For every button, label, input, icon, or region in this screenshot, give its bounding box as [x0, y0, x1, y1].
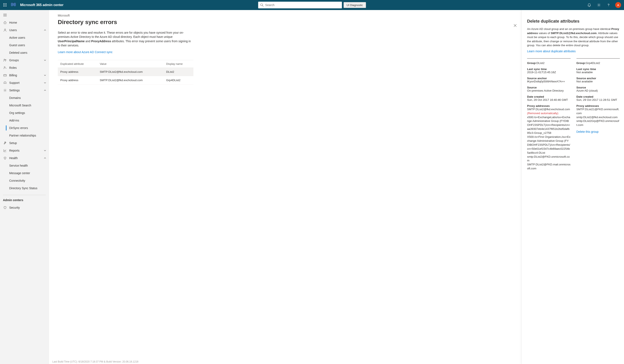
breadcrumb: Microsoft: [58, 14, 193, 17]
svg-rect-2: [6, 3, 6, 4]
nav-sidebar: Home Users Active users Guest users Dele…: [0, 10, 49, 364]
app-launcher-button[interactable]: [2, 2, 8, 8]
search-input[interactable]: [263, 3, 340, 7]
nav-label: Microsoft Search: [9, 104, 31, 107]
table-cell: Proxy address: [58, 68, 97, 76]
col-duplicated[interactable]: Duplicated attribute: [58, 60, 97, 68]
butterfly-icon: [10, 2, 17, 8]
proxy-address: SMTP:DList21@FKD.onmicrosoft.com: [576, 108, 620, 115]
nav-billing[interactable]: Billing: [0, 71, 49, 79]
col-value[interactable]: Value: [97, 60, 163, 68]
panel-col-left: Group:DList2 Last sync time2019-11-01T15…: [527, 58, 571, 174]
table-cell: SMTP:DList2@fkd.exchcloud.com: [97, 76, 163, 85]
table-row[interactable]: Proxy addressSMTP:DList2@fkd.exchcloud.c…: [58, 68, 193, 76]
svg-point-19: [5, 59, 6, 60]
field-group: Group:DList2: [527, 62, 571, 65]
nav-security[interactable]: Security: [0, 204, 49, 211]
search-icon: [260, 3, 263, 7]
nav-users-deleted[interactable]: Deleted users: [0, 49, 49, 56]
nav-settings-org[interactable]: Org settings: [0, 109, 49, 117]
panel-close-button[interactable]: [512, 22, 519, 29]
nav-settings[interactable]: Settings: [0, 87, 49, 94]
table-cell: Grp4DList2: [164, 76, 193, 85]
gear-icon: [597, 3, 601, 7]
intro-text: Select an error to view and resolve it. …: [58, 30, 193, 47]
nav-label: Active users: [9, 36, 25, 39]
nav-health-message[interactable]: Message center: [0, 169, 49, 177]
app-header: Microsoft 365 admin center UI Diagnostic…: [0, 0, 624, 10]
settings-button[interactable]: [595, 1, 603, 9]
nav-setup[interactable]: Setup: [0, 139, 49, 147]
people-icon: [3, 58, 7, 62]
person-icon: [3, 28, 7, 32]
ui-diagnostic-button[interactable]: UI Diagnostic: [343, 2, 366, 8]
nav-health[interactable]: Health: [0, 154, 49, 162]
chevron-up-icon: [44, 89, 46, 91]
table-cell: Proxy address: [58, 76, 97, 85]
field-created: Date createdSun, 29 Oct 2017 11:28:51 GM…: [576, 95, 620, 101]
nav-label: Guest users: [9, 44, 25, 47]
svg-rect-3: [3, 5, 4, 5]
nav-settings-addins[interactable]: Add-ins: [0, 117, 49, 124]
svg-rect-6: [3, 6, 4, 6]
nav-label: Deleted users: [9, 51, 27, 54]
account-avatar[interactable]: A: [615, 2, 621, 8]
col-divider: [527, 58, 571, 59]
learn-duplicate-link[interactable]: Learn more about duplicate attributes: [527, 49, 576, 53]
table-cell: DList2: [164, 68, 193, 76]
svg-point-20: [4, 67, 5, 68]
field-group: Group:Grp4DList2: [576, 62, 620, 65]
svg-rect-5: [6, 5, 6, 5]
nav-label: Service health: [9, 164, 28, 167]
nav-users-guest[interactable]: Guest users: [0, 41, 49, 49]
nav-settings-mssearch[interactable]: Microsoft Search: [0, 102, 49, 109]
nav-settings-dirsync[interactable]: DirSync errors: [0, 124, 49, 132]
delete-group-link[interactable]: Delete this group: [576, 130, 599, 133]
nav-health-connectivity[interactable]: Connectivity: [0, 177, 49, 184]
help-button[interactable]: [604, 1, 613, 9]
nav-label: Org settings: [9, 111, 25, 114]
nav-label: Partner relationships: [9, 134, 36, 137]
nav-settings-partner[interactable]: Partner relationships: [0, 132, 49, 139]
gear-icon: [3, 88, 7, 92]
table-row[interactable]: Proxy addressSMTP:DList2@fkd.exchcloud.c…: [58, 76, 193, 85]
chevron-up-icon: [44, 157, 46, 159]
home-icon: [3, 21, 7, 25]
nav-users-active[interactable]: Active users: [0, 34, 49, 41]
nav-support[interactable]: Support: [0, 79, 49, 87]
nav-roles[interactable]: Roles: [0, 64, 49, 71]
field-anchor: Source anchorNot available: [576, 77, 620, 83]
proxy-address: SMTP:DList2@fkd.exchcloud.com: [527, 108, 571, 112]
nav-groups[interactable]: Groups: [0, 56, 49, 64]
proxy-address: (Removed automatically): [527, 112, 571, 115]
card-icon: [3, 73, 7, 77]
nav-home[interactable]: Home: [0, 19, 49, 26]
nav-label: Support: [9, 81, 20, 85]
nav-label: Users: [9, 28, 17, 32]
nav-label: Groups: [9, 59, 19, 62]
col-display[interactable]: Display name: [164, 60, 193, 68]
nav-health-service[interactable]: Service health: [0, 162, 49, 169]
learn-aadconnect-link[interactable]: Learn more about Azure AD Connect sync: [58, 50, 112, 54]
nav-settings-domains[interactable]: Domains: [0, 94, 49, 102]
bell-icon: [587, 3, 591, 7]
nav-users[interactable]: Users: [0, 26, 49, 34]
nav-label: Reports: [9, 149, 20, 152]
nav-reports[interactable]: Reports: [0, 147, 49, 154]
notifications-button[interactable]: [585, 1, 594, 9]
panel-description: An Azure AD cloud group and an on-premis…: [527, 27, 620, 47]
shield-icon: [3, 205, 7, 210]
nav-label: Home: [9, 21, 17, 24]
build-info: Last Build Time (UTC): 6/18/2020 7:18:37…: [52, 360, 138, 363]
nav-health-dirstatus[interactable]: Directory Sync Status: [0, 184, 49, 192]
nav-collapse-button[interactable]: [0, 11, 49, 19]
nav-label: Setup: [9, 141, 17, 145]
svg-point-18: [4, 59, 5, 60]
nav-divider: [3, 195, 46, 195]
errors-table: Duplicated attribute Value Display name …: [58, 60, 193, 85]
hamburger-icon: [3, 14, 7, 16]
nav-label: Connectivity: [9, 179, 25, 182]
header-right: A: [585, 1, 622, 9]
svg-rect-4: [5, 5, 5, 5]
search-box[interactable]: [258, 2, 342, 8]
